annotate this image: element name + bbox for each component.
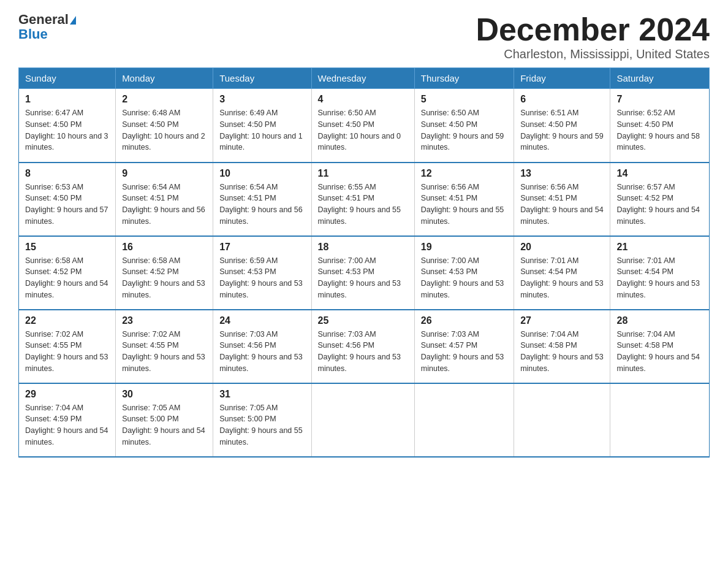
table-row: 23 Sunrise: 7:02 AM Sunset: 4:55 PM Dayl… [116,310,213,383]
day-info: Sunrise: 7:04 AM Sunset: 4:59 PM Dayligh… [25,402,109,448]
table-row [610,383,710,457]
day-number: 31 [219,389,305,400]
month-title: December 2024 [476,12,710,47]
table-row: 18 Sunrise: 7:00 AM Sunset: 4:53 PM Dayl… [311,236,414,310]
table-row: 15 Sunrise: 6:58 AM Sunset: 4:52 PM Dayl… [19,236,116,310]
col-friday: Friday [514,68,610,89]
day-info: Sunrise: 7:02 AM Sunset: 4:55 PM Dayligh… [25,329,109,375]
table-row: 29 Sunrise: 7:04 AM Sunset: 4:59 PM Dayl… [19,383,116,457]
day-info: Sunrise: 6:58 AM Sunset: 4:52 PM Dayligh… [25,255,109,301]
calendar-header-row: Sunday Monday Tuesday Wednesday Thursday… [19,68,710,89]
table-row: 13 Sunrise: 6:56 AM Sunset: 4:51 PM Dayl… [514,163,610,236]
table-row [414,383,514,457]
day-info: Sunrise: 6:56 AM Sunset: 4:51 PM Dayligh… [520,182,604,228]
day-info: Sunrise: 7:02 AM Sunset: 4:55 PM Dayligh… [122,329,207,375]
col-saturday: Saturday [610,68,710,89]
day-info: Sunrise: 7:03 AM Sunset: 4:57 PM Dayligh… [421,329,507,375]
day-number: 3 [219,94,305,105]
day-number: 18 [318,242,408,253]
day-number: 30 [122,389,207,400]
day-info: Sunrise: 6:47 AM Sunset: 4:50 PM Dayligh… [25,107,109,153]
day-number: 14 [616,168,703,179]
day-info: Sunrise: 6:55 AM Sunset: 4:51 PM Dayligh… [318,182,408,228]
day-number: 16 [122,242,207,253]
day-info: Sunrise: 6:59 AM Sunset: 4:53 PM Dayligh… [219,255,305,301]
table-row: 2 Sunrise: 6:48 AM Sunset: 4:50 PM Dayli… [116,89,213,163]
table-row: 21 Sunrise: 7:01 AM Sunset: 4:54 PM Dayl… [610,236,710,310]
table-row: 24 Sunrise: 7:03 AM Sunset: 4:56 PM Dayl… [213,310,311,383]
day-info: Sunrise: 6:50 AM Sunset: 4:50 PM Dayligh… [318,107,408,153]
day-info: Sunrise: 7:01 AM Sunset: 4:54 PM Dayligh… [520,255,604,301]
day-number: 9 [122,168,207,179]
location: Charleston, Mississippi, United States [476,47,710,61]
day-number: 29 [25,389,109,400]
day-number: 13 [520,168,604,179]
calendar-week-row: 8 Sunrise: 6:53 AM Sunset: 4:50 PM Dayli… [19,163,710,236]
col-tuesday: Tuesday [213,68,311,89]
calendar-week-row: 1 Sunrise: 6:47 AM Sunset: 4:50 PM Dayli… [19,89,710,163]
day-info: Sunrise: 6:49 AM Sunset: 4:50 PM Dayligh… [219,107,305,153]
day-info: Sunrise: 7:04 AM Sunset: 4:58 PM Dayligh… [616,329,703,375]
table-row [514,383,610,457]
table-row: 28 Sunrise: 7:04 AM Sunset: 4:58 PM Dayl… [610,310,710,383]
table-row: 19 Sunrise: 7:00 AM Sunset: 4:53 PM Dayl… [414,236,514,310]
table-row: 14 Sunrise: 6:57 AM Sunset: 4:52 PM Dayl… [610,163,710,236]
day-number: 4 [318,94,408,105]
day-number: 28 [616,315,703,326]
calendar-week-row: 29 Sunrise: 7:04 AM Sunset: 4:59 PM Dayl… [19,383,710,457]
table-row: 30 Sunrise: 7:05 AM Sunset: 5:00 PM Dayl… [116,383,213,457]
day-info: Sunrise: 6:48 AM Sunset: 4:50 PM Dayligh… [122,107,207,153]
logo-general-text: General [18,12,69,27]
day-info: Sunrise: 7:05 AM Sunset: 5:00 PM Dayligh… [219,402,305,448]
table-row: 17 Sunrise: 6:59 AM Sunset: 4:53 PM Dayl… [213,236,311,310]
col-monday: Monday [116,68,213,89]
table-row: 16 Sunrise: 6:58 AM Sunset: 4:52 PM Dayl… [116,236,213,310]
col-thursday: Thursday [414,68,514,89]
table-row: 10 Sunrise: 6:54 AM Sunset: 4:51 PM Dayl… [213,163,311,236]
logo-triangle-icon [70,16,76,25]
day-number: 24 [219,315,305,326]
day-info: Sunrise: 6:54 AM Sunset: 4:51 PM Dayligh… [219,182,305,228]
day-number: 20 [520,242,604,253]
table-row [311,383,414,457]
table-row: 20 Sunrise: 7:01 AM Sunset: 4:54 PM Dayl… [514,236,610,310]
table-row: 22 Sunrise: 7:02 AM Sunset: 4:55 PM Dayl… [19,310,116,383]
table-row: 4 Sunrise: 6:50 AM Sunset: 4:50 PM Dayli… [311,89,414,163]
table-row: 5 Sunrise: 6:50 AM Sunset: 4:50 PM Dayli… [414,89,514,163]
day-number: 22 [25,315,109,326]
day-info: Sunrise: 7:03 AM Sunset: 4:56 PM Dayligh… [219,329,305,375]
day-number: 23 [122,315,207,326]
calendar-week-row: 22 Sunrise: 7:02 AM Sunset: 4:55 PM Dayl… [19,310,710,383]
day-info: Sunrise: 6:50 AM Sunset: 4:50 PM Dayligh… [421,107,507,153]
day-number: 26 [421,315,507,326]
day-info: Sunrise: 7:00 AM Sunset: 4:53 PM Dayligh… [421,255,507,301]
day-number: 17 [219,242,305,253]
day-info: Sunrise: 6:56 AM Sunset: 4:51 PM Dayligh… [421,182,507,228]
col-sunday: Sunday [19,68,116,89]
day-number: 15 [25,242,109,253]
day-number: 1 [25,94,109,105]
calendar-week-row: 15 Sunrise: 6:58 AM Sunset: 4:52 PM Dayl… [19,236,710,310]
day-number: 8 [25,168,109,179]
day-number: 27 [520,315,604,326]
table-row: 1 Sunrise: 6:47 AM Sunset: 4:50 PM Dayli… [19,89,116,163]
col-wednesday: Wednesday [311,68,414,89]
day-number: 25 [318,315,408,326]
day-number: 5 [421,94,507,105]
day-number: 7 [616,94,703,105]
day-number: 6 [520,94,604,105]
table-row: 3 Sunrise: 6:49 AM Sunset: 4:50 PM Dayli… [213,89,311,163]
page-header: General Blue December 2024 Charleston, M… [18,12,710,61]
day-info: Sunrise: 6:57 AM Sunset: 4:52 PM Dayligh… [616,182,703,228]
day-number: 11 [318,168,408,179]
table-row: 31 Sunrise: 7:05 AM Sunset: 5:00 PM Dayl… [213,383,311,457]
table-row: 7 Sunrise: 6:52 AM Sunset: 4:50 PM Dayli… [610,89,710,163]
day-info: Sunrise: 6:51 AM Sunset: 4:50 PM Dayligh… [520,107,604,153]
day-number: 12 [421,168,507,179]
logo-blue-text: Blue [18,27,76,42]
day-info: Sunrise: 7:05 AM Sunset: 5:00 PM Dayligh… [122,402,207,448]
logo: General Blue [18,12,76,42]
table-row: 26 Sunrise: 7:03 AM Sunset: 4:57 PM Dayl… [414,310,514,383]
day-info: Sunrise: 7:00 AM Sunset: 4:53 PM Dayligh… [318,255,408,301]
calendar-table: Sunday Monday Tuesday Wednesday Thursday… [18,67,710,458]
